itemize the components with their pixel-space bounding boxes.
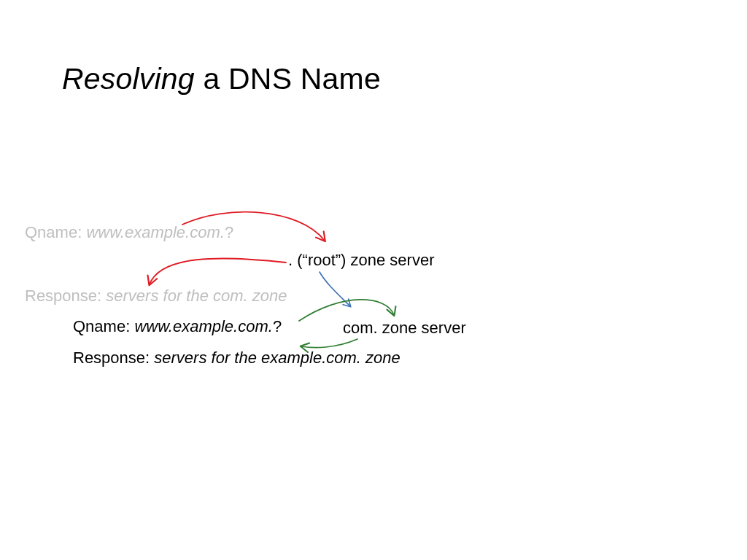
qname-2-suffix: ? [273,317,282,335]
arrow-root-to-com [320,272,350,306]
arrow-qname2-to-com [299,300,394,321]
arrow-root-to-response1 [150,258,286,284]
qname-2: Qname: www.example.com.? [73,317,282,336]
root-zone-server-label: . (“root”) zone server [288,251,435,270]
qname-2-prefix: Qname: [73,317,134,335]
qname-1-suffix: ? [225,223,233,241]
response-1-value: servers for the com. zone [106,287,287,305]
qname-1-value: www.example.com. [86,223,225,241]
slide: Resolving a DNS Name Qname: www.example.… [0,0,747,560]
qname-1: Qname: www.example.com.? [25,223,233,242]
slide-title: Resolving a DNS Name [62,62,381,96]
com-zone-server-label: com. zone server [343,319,466,338]
response-1-prefix: Response: [25,287,106,305]
response-2: Response: servers for the example.com. z… [73,349,400,368]
response-2-value: servers for the example.com. zone [154,349,400,367]
title-rest: a DNS Name [195,62,381,96]
qname-1-prefix: Qname: [25,223,86,241]
response-2-prefix: Response: [73,349,154,367]
response-1: Response: servers for the com. zone [25,287,287,306]
title-emph: Resolving [62,62,195,96]
arrow-com-to-response2 [301,339,357,348]
qname-2-value: www.example.com. [134,317,273,335]
